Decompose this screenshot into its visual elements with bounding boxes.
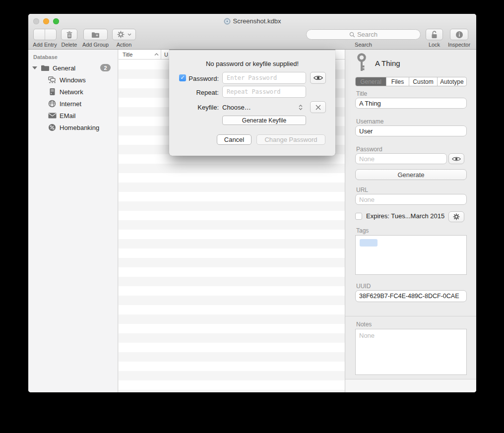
title-field[interactable] xyxy=(355,98,467,109)
expires-row: Expires: Tues...March 2015 xyxy=(355,212,444,220)
sheet-message: No password or keyfile supplied! xyxy=(169,60,335,67)
envelope-icon xyxy=(48,111,57,120)
uuid-field[interactable] xyxy=(355,290,467,302)
gear-icon xyxy=(453,213,460,220)
add-group-label: Add Group xyxy=(80,42,111,48)
notes-field[interactable] xyxy=(355,329,467,375)
split-divider xyxy=(45,29,45,40)
search-input[interactable]: Search xyxy=(306,29,421,40)
sheet-password-input[interactable] xyxy=(222,72,306,84)
sidebar: Database General 2 Windows Network Inter… xyxy=(28,50,118,392)
url-field[interactable] xyxy=(355,194,467,205)
reveal-password-button[interactable] xyxy=(448,153,464,164)
titlebar-toolbar[interactable]: Screenshot.kdbx Add Entry Delete Add Gro… xyxy=(28,14,476,50)
uuid-label: UUID xyxy=(356,283,371,290)
search-placeholder: Search xyxy=(357,31,378,38)
generate-label: Generate xyxy=(397,171,424,179)
cancel-label: Cancel xyxy=(224,136,244,143)
sheet-keyfile-label: Keyfile: xyxy=(187,104,219,111)
lock-open-icon xyxy=(431,30,438,39)
action-label: Action xyxy=(112,42,136,48)
info-icon xyxy=(455,31,463,39)
username-field[interactable] xyxy=(355,125,467,136)
generate-keyfile-label: Generate Keyfile xyxy=(242,117,286,124)
search-icon xyxy=(349,32,355,38)
sidebar-item-internet[interactable]: Internet xyxy=(28,98,118,110)
keyfile-popup[interactable]: Choose… xyxy=(222,102,306,113)
cancel-button[interactable]: Cancel xyxy=(217,134,252,145)
sheet-repeat-input[interactable] xyxy=(222,86,306,98)
lock-label: Lock xyxy=(423,42,446,48)
tab-files[interactable]: Files xyxy=(386,77,409,86)
server-icon xyxy=(48,87,57,96)
trash-icon xyxy=(66,31,73,39)
change-password-button[interactable]: Change Password xyxy=(256,134,325,145)
entry-title: A Thing xyxy=(375,59,400,67)
sidebar-item-email[interactable]: EMail xyxy=(28,110,118,122)
notes-label: Notes xyxy=(356,321,372,328)
tab-general[interactable]: General xyxy=(356,77,386,86)
url-label: URL xyxy=(356,186,368,193)
delete-button[interactable] xyxy=(61,29,77,40)
app-window: Screenshot.kdbx Add Entry Delete Add Gro… xyxy=(28,14,476,392)
sidebar-section-header: Database xyxy=(33,54,118,60)
lock-button[interactable] xyxy=(426,29,443,40)
sheet-reveal-password-button[interactable] xyxy=(310,72,326,84)
tag-token[interactable] xyxy=(360,239,378,247)
change-password-label: Change Password xyxy=(264,136,317,143)
eye-icon xyxy=(452,156,461,162)
window-title-text: Screenshot.kdbx xyxy=(233,17,281,25)
password-field[interactable] xyxy=(355,153,447,164)
column-username-label: U xyxy=(164,52,168,58)
sidebar-item-label: Network xyxy=(60,88,83,96)
document-icon xyxy=(224,18,231,25)
stepper-icon xyxy=(299,105,303,110)
chevron-down-icon xyxy=(127,33,131,36)
inspector-footer xyxy=(345,379,476,392)
action-button[interactable] xyxy=(112,29,136,40)
generate-password-button[interactable]: Generate xyxy=(355,169,467,180)
clear-keyfile-button[interactable] xyxy=(310,101,326,113)
inspector-button[interactable] xyxy=(450,29,468,40)
password-label: Password xyxy=(356,146,382,153)
expires-settings-button[interactable] xyxy=(448,211,464,222)
add-group-button[interactable] xyxy=(83,29,108,40)
sheet-password-label: Password: xyxy=(187,75,219,82)
column-header-title[interactable]: Title xyxy=(119,52,161,58)
title-label: Title xyxy=(356,90,367,97)
tab-autotype[interactable]: Autotype xyxy=(437,77,466,86)
window-title: Screenshot.kdbx xyxy=(28,17,476,25)
folder-plus-icon xyxy=(91,31,100,38)
folder-icon xyxy=(41,63,50,72)
expires-label: Expires: Tues...March 2015 xyxy=(366,212,444,220)
change-password-sheet: No password or keyfile supplied! ✓ Passw… xyxy=(169,50,335,156)
globe-icon xyxy=(48,99,57,108)
close-x-icon xyxy=(315,105,321,110)
tab-custom[interactable]: Custom xyxy=(409,77,437,86)
sidebar-item-label: Windows xyxy=(60,76,86,84)
tags-field[interactable] xyxy=(355,235,467,275)
expires-checkbox[interactable] xyxy=(355,213,362,220)
sidebar-item-homebanking[interactable]: Homebanking xyxy=(28,122,118,133)
sidebar-item-general[interactable]: General 2 xyxy=(28,62,118,74)
password-checkbox[interactable]: ✓ xyxy=(179,74,186,81)
search-label: Search xyxy=(306,42,421,48)
entry-count-badge: 2 xyxy=(100,64,111,71)
windows-group-icon xyxy=(48,75,57,84)
generate-keyfile-button[interactable]: Generate Keyfile xyxy=(222,116,306,125)
delete-label: Delete xyxy=(57,42,81,48)
column-header-username[interactable]: U xyxy=(161,52,168,58)
add-entry-button[interactable] xyxy=(33,29,57,40)
add-entry-label: Add Entry xyxy=(29,42,61,48)
tags-label: Tags xyxy=(356,227,369,234)
sidebar-item-label: General xyxy=(53,64,75,72)
sidebar-item-network[interactable]: Network xyxy=(28,86,118,98)
sort-ascending-icon xyxy=(154,53,159,56)
sheet-repeat-label: Repeat: xyxy=(187,89,219,96)
sidebar-item-windows[interactable]: Windows xyxy=(28,74,118,86)
sidebar-item-label: EMail xyxy=(60,112,76,120)
column-title-label: Title xyxy=(123,52,132,58)
percent-coin-icon xyxy=(48,123,57,132)
inspector-panel: A Thing General Files Custom Autotype Ti… xyxy=(345,50,476,392)
disclosure-triangle-icon[interactable] xyxy=(32,66,37,69)
